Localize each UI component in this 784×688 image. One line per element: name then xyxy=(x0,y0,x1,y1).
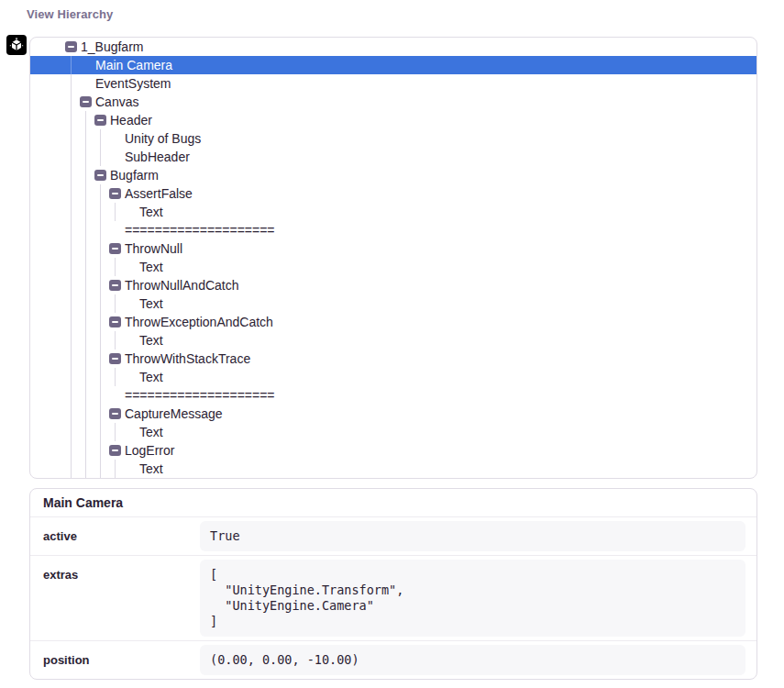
collapse-toggle-icon[interactable] xyxy=(94,170,106,181)
tree-node-label: ==================== xyxy=(125,386,275,405)
tree-node[interactable]: Main Camera xyxy=(30,56,756,74)
collapse-toggle-icon[interactable] xyxy=(80,96,92,107)
collapse-toggle-icon[interactable] xyxy=(109,353,121,364)
indent-guide xyxy=(71,405,72,423)
indent-guide xyxy=(100,368,101,386)
indent-guide xyxy=(85,386,86,405)
tree-node-label: Text xyxy=(139,294,163,313)
tree-node[interactable]: Bugfarm xyxy=(30,166,756,184)
indent-guide xyxy=(85,368,86,386)
indent-guide xyxy=(115,258,116,276)
view-hierarchy-tree-panel: 1_BugfarmMain CameraEventSystemCanvasHea… xyxy=(29,37,757,479)
indent-guide xyxy=(100,441,101,460)
collapse-toggle-icon[interactable] xyxy=(109,243,121,254)
indent-guide xyxy=(85,148,86,166)
page-title: View Hierarchy xyxy=(27,7,113,21)
detail-value: [ "UnityEngine.Transform", "UnityEngine.… xyxy=(200,560,745,637)
tree-node[interactable]: LogError xyxy=(30,441,756,460)
indent-guide xyxy=(71,221,72,239)
collapse-toggle-icon[interactable] xyxy=(109,408,121,419)
indent-guide xyxy=(71,276,72,294)
indent-guide xyxy=(85,203,86,221)
indent-guide xyxy=(100,221,101,239)
tree-node-label: EventSystem xyxy=(95,74,171,93)
tree-node-label: ThrowNull xyxy=(125,239,182,258)
collapse-toggle-icon[interactable] xyxy=(65,41,77,52)
node-details-panel: Main Camera activeTrueextras[ "UnityEngi… xyxy=(29,488,757,680)
tree-node-label: Text xyxy=(139,423,163,441)
tree-node[interactable]: Text xyxy=(30,258,756,276)
tree-node[interactable]: Text xyxy=(30,460,756,478)
indent-guide xyxy=(85,221,86,239)
tree-node-label: Canvas xyxy=(95,93,138,111)
indent-guide xyxy=(85,441,86,460)
tree-node[interactable]: ThrowNullAndCatch xyxy=(30,276,756,294)
tree-node[interactable]: ==================== xyxy=(30,221,756,239)
indent-guide xyxy=(85,239,86,258)
detail-key: extras xyxy=(41,560,200,582)
unity-cube-glyph xyxy=(9,38,24,52)
indent-guide xyxy=(85,331,86,350)
tree-node[interactable]: CaptureMessage xyxy=(30,405,756,423)
tree-node-label: AssertFalse xyxy=(125,184,193,203)
indent-guide xyxy=(85,184,86,203)
indent-guide xyxy=(100,313,101,331)
tree-node[interactable]: Canvas xyxy=(30,93,756,111)
tree-node-label: ThrowExceptionAndCatch xyxy=(125,313,273,331)
indent-guide xyxy=(71,56,72,74)
tree-node-label: ==================== xyxy=(125,221,275,239)
indent-guide xyxy=(85,166,86,184)
indent-guide xyxy=(71,294,72,313)
indent-guide xyxy=(115,368,116,386)
indent-guide xyxy=(71,129,72,148)
indent-guide xyxy=(100,386,101,405)
tree-node[interactable]: Text xyxy=(30,203,756,221)
collapse-toggle-icon[interactable] xyxy=(109,445,121,456)
indent-guide xyxy=(85,423,86,441)
tree-node-label: Bugfarm xyxy=(110,166,159,184)
tree-node[interactable]: AssertFalse xyxy=(30,184,756,203)
tree-node-label: CaptureMessage xyxy=(125,405,223,423)
indent-guide xyxy=(115,331,116,350)
tree-node[interactable]: EventSystem xyxy=(30,74,756,93)
tree-node-label: Text xyxy=(139,368,163,386)
indent-guide xyxy=(71,350,72,368)
tree-node[interactable]: Text xyxy=(30,294,756,313)
detail-value: (0.00, 0.00, -10.00) xyxy=(200,645,745,675)
indent-guide xyxy=(100,239,101,258)
indent-guide xyxy=(85,129,86,148)
indent-guide xyxy=(71,166,72,184)
details-title: Main Camera xyxy=(30,489,756,516)
indent-guide xyxy=(71,148,72,166)
tree-node[interactable]: Text xyxy=(30,368,756,386)
indent-guide xyxy=(115,460,116,478)
collapse-toggle-icon[interactable] xyxy=(109,316,121,327)
indent-guide xyxy=(100,294,101,313)
tree-node-label: Text xyxy=(139,258,163,276)
details-rows: activeTrueextras[ "UnityEngine.Transform… xyxy=(30,516,756,679)
tree-node[interactable]: ThrowWithStackTrace xyxy=(30,350,756,368)
tree-node[interactable]: ThrowNull xyxy=(30,239,756,258)
indent-guide xyxy=(71,423,72,441)
tree-node-label: Text xyxy=(139,460,163,478)
detail-row: extras[ "UnityEngine.Transform", "UnityE… xyxy=(30,555,756,640)
detail-row: position(0.00, 0.00, -10.00) xyxy=(30,640,756,679)
tree-node[interactable]: Header xyxy=(30,111,756,129)
tree-node[interactable]: Unity of Bugs xyxy=(30,129,756,148)
tree-node[interactable]: Text xyxy=(30,331,756,350)
indent-guide xyxy=(71,258,72,276)
tree-node[interactable]: Text xyxy=(30,423,756,441)
collapse-toggle-icon[interactable] xyxy=(94,115,106,126)
indent-guide xyxy=(100,129,101,148)
collapse-toggle-icon[interactable] xyxy=(109,280,121,291)
tree-node[interactable]: SubHeader xyxy=(30,148,756,166)
tree-node-label: SubHeader xyxy=(125,148,190,166)
indent-guide xyxy=(100,258,101,276)
collapse-toggle-icon[interactable] xyxy=(109,188,121,199)
indent-guide xyxy=(85,111,86,129)
indent-guide xyxy=(71,93,72,111)
tree-node[interactable]: ==================== xyxy=(30,386,756,405)
tree-node[interactable]: 1_Bugfarm xyxy=(30,38,756,56)
tree-node[interactable]: ThrowExceptionAndCatch xyxy=(30,313,756,331)
indent-guide xyxy=(71,441,72,460)
